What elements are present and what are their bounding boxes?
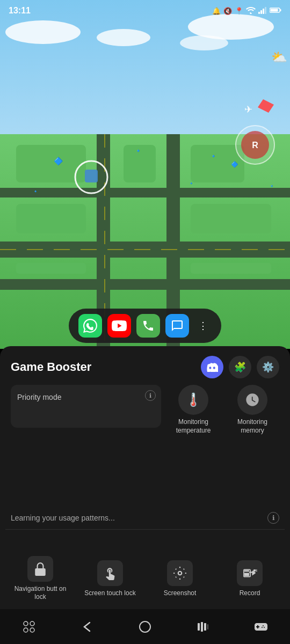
gamepad-nav-button[interactable] bbox=[248, 614, 274, 640]
system-nav-bar bbox=[0, 609, 290, 644]
svg-point-51 bbox=[30, 628, 34, 632]
svg-rect-42 bbox=[271, 9, 278, 11]
screenshot-label: Screenshot bbox=[164, 589, 197, 598]
monitoring-row: Priority mode ℹ 🌡️ Monitoringtemperature… bbox=[0, 385, 290, 440]
divider bbox=[5, 529, 285, 530]
learning-info-icon[interactable]: ℹ bbox=[267, 512, 279, 524]
priority-info-icon[interactable]: ℹ bbox=[145, 390, 156, 401]
wifi-icon bbox=[246, 6, 256, 16]
record-label: Record bbox=[240, 589, 260, 598]
record-action[interactable]: REC Record bbox=[218, 560, 282, 598]
touch-lock-icon bbox=[97, 560, 123, 586]
svg-text:🔹: 🔹 bbox=[188, 180, 195, 187]
action-buttons-row: Navigation butt on lock Screen touch loc… bbox=[0, 551, 290, 609]
svg-rect-16 bbox=[16, 204, 86, 233]
youtube-app-icon[interactable] bbox=[107, 314, 131, 338]
svg-rect-38 bbox=[263, 9, 264, 14]
svg-text:🔹: 🔹 bbox=[134, 147, 142, 155]
svg-rect-36 bbox=[258, 12, 260, 14]
svg-rect-17 bbox=[191, 204, 271, 233]
screenshot-icon bbox=[167, 560, 193, 586]
game-map: R ✈ 🔷 🔹 🔹 🔷 🔹 🔹 🔹 ⛅ bbox=[0, 0, 290, 349]
svg-point-48 bbox=[24, 621, 28, 626]
svg-rect-56 bbox=[207, 624, 208, 630]
svg-text:🔷: 🔷 bbox=[54, 157, 63, 166]
status-bar: 13:11 🔔 🔇 📍 bbox=[0, 0, 290, 21]
messages-app-icon[interactable] bbox=[165, 314, 189, 338]
alarm-icon: 🔔 bbox=[212, 7, 221, 15]
svg-point-4 bbox=[180, 35, 228, 50]
phone-app-icon[interactable] bbox=[136, 314, 160, 338]
svg-rect-41 bbox=[280, 9, 281, 11]
svg-point-1 bbox=[5, 20, 81, 44]
svg-text:REC: REC bbox=[254, 569, 257, 572]
priority-mode-label: Priority mode bbox=[17, 393, 61, 401]
screenshot-action[interactable]: Screenshot bbox=[148, 560, 212, 598]
monitoring-temp-button[interactable]: 🌡️ Monitoringtemperature bbox=[166, 385, 220, 435]
svg-rect-7 bbox=[0, 279, 290, 290]
whatsapp-app-icon[interactable] bbox=[78, 314, 102, 338]
nav-lock-label: Navigation butt on lock bbox=[8, 585, 73, 602]
svg-point-49 bbox=[24, 628, 28, 632]
svg-rect-39 bbox=[265, 7, 266, 14]
location-icon: 📍 bbox=[235, 7, 243, 15]
panel-title: Game Booster bbox=[11, 360, 91, 374]
panel-header: Game Booster 🧩 ⚙️ bbox=[0, 346, 290, 385]
svg-text:🔹: 🔹 bbox=[269, 182, 276, 189]
learning-text: Learning your usage patterns... bbox=[11, 514, 115, 522]
nav-lock-action[interactable]: Navigation butt on lock bbox=[8, 556, 73, 602]
game-booster-panel: Game Booster 🧩 ⚙️ Priority mode ℹ 🌡️ Mon… bbox=[0, 346, 290, 609]
status-icons: 🔔 🔇 📍 bbox=[212, 6, 281, 16]
svg-rect-54 bbox=[201, 622, 203, 632]
plugin-button[interactable]: 🧩 bbox=[229, 356, 251, 378]
svg-text:🔹: 🔹 bbox=[209, 152, 218, 160]
home-nav-button[interactable] bbox=[132, 614, 158, 640]
svg-rect-43 bbox=[35, 568, 46, 576]
svg-rect-19 bbox=[191, 263, 271, 274]
svg-rect-55 bbox=[204, 623, 206, 631]
back-nav-button[interactable] bbox=[74, 614, 100, 640]
discord-button[interactable] bbox=[201, 356, 223, 378]
nav-lock-icon bbox=[27, 556, 53, 582]
recents-nav-button[interactable] bbox=[190, 614, 216, 640]
learning-row: Learning your usage patterns... ℹ bbox=[0, 504, 290, 529]
record-icon: REC bbox=[237, 560, 263, 586]
battery-icon bbox=[270, 7, 281, 15]
monitoring-temp-label: Monitoringtemperature bbox=[176, 418, 211, 435]
svg-text:✈: ✈ bbox=[244, 104, 252, 115]
svg-rect-53 bbox=[198, 623, 200, 631]
more-apps-button[interactable]: ⋮ bbox=[194, 317, 212, 334]
svg-rect-18 bbox=[16, 263, 86, 274]
svg-text:🔷: 🔷 bbox=[231, 160, 238, 168]
panel-header-icons: 🧩 ⚙️ bbox=[201, 356, 279, 378]
svg-rect-8 bbox=[0, 188, 290, 197]
svg-rect-37 bbox=[260, 10, 262, 14]
touch-lock-action[interactable]: Screen touch lock bbox=[78, 560, 142, 598]
status-time: 13:11 bbox=[9, 6, 31, 16]
settings-button[interactable]: ⚙️ bbox=[257, 356, 279, 378]
monitoring-memory-icon bbox=[237, 385, 267, 415]
quick-apps-bar: ⋮ bbox=[69, 309, 221, 343]
monitoring-memory-label: Monitoringmemory bbox=[237, 418, 267, 435]
svg-text:⛅: ⛅ bbox=[271, 49, 287, 65]
map-svg: R ✈ 🔷 🔹 🔹 🔷 🔹 🔹 🔹 ⛅ bbox=[0, 0, 290, 349]
svg-text:🔹: 🔹 bbox=[32, 188, 39, 195]
monitoring-temp-icon: 🌡️ bbox=[178, 385, 208, 415]
svg-point-50 bbox=[30, 621, 34, 626]
touch-lock-label: Screen touch lock bbox=[84, 589, 135, 598]
apps-nav-button[interactable] bbox=[16, 614, 42, 640]
svg-point-52 bbox=[140, 621, 150, 632]
priority-mode-area: Priority mode ℹ bbox=[11, 385, 161, 428]
svg-point-2 bbox=[97, 29, 150, 46]
mute-icon: 🔇 bbox=[223, 7, 232, 15]
svg-rect-21 bbox=[85, 170, 98, 182]
signal-icon bbox=[258, 6, 267, 16]
monitoring-memory-button[interactable]: Monitoringmemory bbox=[226, 385, 279, 435]
svg-text:R: R bbox=[252, 141, 258, 150]
